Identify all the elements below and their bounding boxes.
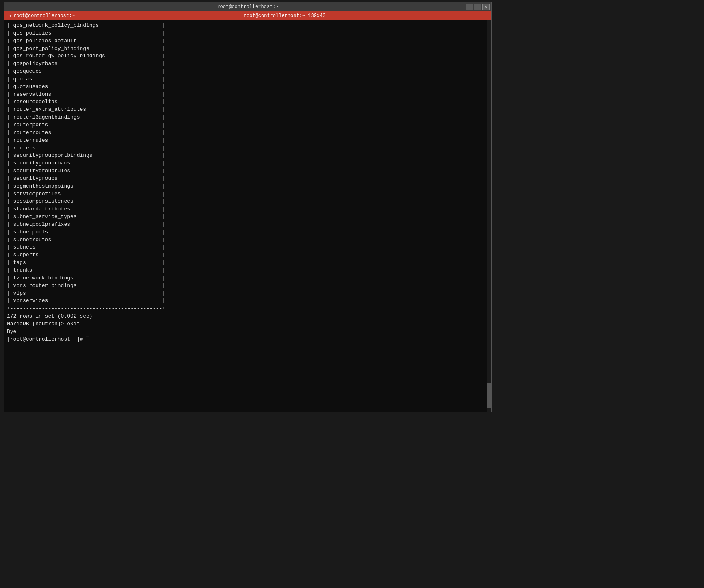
terminal-line: | securitygrouprbacs |	[7, 160, 489, 167]
terminal-line: MariaDB [neutron]> exit	[7, 320, 489, 328]
terminal-line: | standardattributes |	[7, 205, 489, 213]
terminal-line: | qos_port_policy_bindings |	[7, 45, 489, 53]
terminal-line: | securitygrouprules |	[7, 167, 489, 175]
scrollbar-thumb[interactable]	[487, 383, 491, 408]
maximize-button[interactable]: □	[474, 4, 481, 10]
terminal-line: | qos_policies |	[7, 30, 489, 37]
close-button[interactable]: ✕	[482, 4, 490, 10]
terminal-line: | vcns_router_bindings |	[7, 282, 489, 290]
terminal-line: | subnetpools |	[7, 229, 489, 236]
terminal-line: | routerroutes |	[7, 129, 489, 137]
terminal-line: | qos_router_gw_policy_bindings |	[7, 52, 489, 60]
terminal-line: | reservations |	[7, 91, 489, 99]
terminal-line: | vips |	[7, 290, 489, 298]
terminal-line: | qos_policies_default |	[7, 37, 489, 45]
cursor: █	[86, 336, 89, 342]
terminal-line: | quotausages |	[7, 83, 489, 91]
terminal-line: | router_extra_attributes |	[7, 106, 489, 114]
terminal-line: | securitygroupportbindings |	[7, 152, 489, 160]
terminal-line: | securitygroups |	[7, 175, 489, 183]
terminal-line: | subnetroutes |	[7, 236, 489, 244]
terminal-line: | subnet_service_types |	[7, 213, 489, 221]
terminal-line: | vpnservices |	[7, 297, 489, 305]
tab-item[interactable]: ● root@controllerhost:~	[6, 12, 78, 19]
terminal-line: 172 rows in set (0.002 sec)	[7, 313, 489, 320]
scrollbar[interactable]	[487, 20, 491, 412]
terminal-line: | routerports |	[7, 121, 489, 129]
title-bar-text: root@controllerhost:~	[217, 4, 278, 10]
tab-bar-title: root@controllerhost:~ 139x43	[78, 13, 491, 19]
terminal-line: | tz_network_bindings |	[7, 275, 489, 282]
tab-close-icon[interactable]: ●	[9, 14, 12, 18]
terminal-line: | trunks |	[7, 267, 489, 275]
tab-label: root@controllerhost:~	[13, 13, 75, 19]
terminal-output[interactable]: | qos_network_policy_bindings || qos_pol…	[4, 20, 491, 412]
terminal-line: | tags |	[7, 259, 489, 267]
terminal-line: | qospolicyrbacs |	[7, 60, 489, 68]
terminal-line: | subports |	[7, 251, 489, 259]
terminal-line: | segmenthostmappings |	[7, 183, 489, 190]
terminal-line: +---------------------------------------…	[7, 305, 489, 313]
terminal-line: | subnetpoolprefixes |	[7, 221, 489, 229]
terminal-line: | resourcedeltas |	[7, 98, 489, 106]
terminal-line: | quotas |	[7, 76, 489, 83]
terminal-line: | qosqueues |	[7, 68, 489, 76]
terminal-window: root@controllerhost:~ — □ ✕ ● root@contr…	[4, 2, 492, 412]
title-bar-buttons: — □ ✕	[466, 2, 490, 11]
tab-bar: ● root@controllerhost:~ root@controllerh…	[4, 11, 491, 20]
title-bar: root@controllerhost:~ — □ ✕	[4, 2, 491, 11]
terminal-line: | routerl3agentbindings |	[7, 114, 489, 121]
terminal-line: | qos_network_policy_bindings |	[7, 22, 489, 30]
terminal-line: | serviceprofiles |	[7, 190, 489, 198]
minimize-button[interactable]: —	[466, 4, 473, 10]
terminal-line: Bye	[7, 328, 489, 336]
terminal-line: [root@controllerhost ~]# █	[7, 336, 489, 344]
terminal-line: | subnets |	[7, 244, 489, 251]
terminal-line: | routers |	[7, 145, 489, 152]
terminal-line: | sessionpersistences |	[7, 198, 489, 205]
terminal-line: | routerrules |	[7, 137, 489, 145]
